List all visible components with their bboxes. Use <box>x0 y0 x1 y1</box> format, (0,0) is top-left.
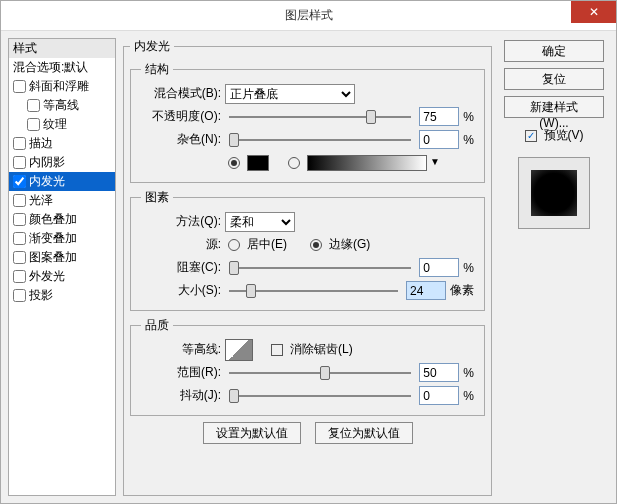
gradient-picker[interactable] <box>307 155 427 171</box>
jitter-input[interactable] <box>419 386 459 405</box>
panel-title: 内发光 <box>130 38 174 55</box>
reset-default-button[interactable]: 复位为默认值 <box>315 422 413 444</box>
choke-input[interactable] <box>419 258 459 277</box>
style-item-等高线[interactable]: 等高线 <box>9 96 115 115</box>
layer-style-dialog: 图层样式 ✕ 样式 混合选项:默认 斜面和浮雕等高线纹理描边内阴影内发光光泽颜色… <box>0 0 617 504</box>
blend-options-row[interactable]: 混合选项:默认 <box>9 58 115 77</box>
quality-group: 品质 等高线: 消除锯齿(L) 范围(R): % <box>130 317 485 416</box>
gradient-radio[interactable] <box>288 157 300 169</box>
style-label: 渐变叠加 <box>29 230 77 247</box>
blend-mode-select[interactable]: 正片叠底 <box>225 84 355 104</box>
size-unit: 像素 <box>450 282 474 299</box>
style-checkbox[interactable] <box>13 251 26 264</box>
close-button[interactable]: ✕ <box>571 1 616 23</box>
style-label: 颜色叠加 <box>29 211 77 228</box>
cancel-button[interactable]: 复位 <box>504 68 604 90</box>
technique-label: 方法(Q): <box>141 213 221 230</box>
range-unit: % <box>463 366 474 380</box>
style-label: 斜面和浮雕 <box>29 78 89 95</box>
noise-unit: % <box>463 133 474 147</box>
size-input[interactable] <box>406 281 446 300</box>
preview-checkbox[interactable] <box>525 130 537 142</box>
style-item-内发光[interactable]: 内发光 <box>9 172 115 191</box>
choke-unit: % <box>463 261 474 275</box>
style-item-外发光[interactable]: 外发光 <box>9 267 115 286</box>
opacity-label: 不透明度(O): <box>141 108 221 125</box>
elements-group: 图素 方法(Q): 柔和 源: 居中(E) 边缘(G) 阻塞(C): <box>130 189 485 311</box>
ok-button[interactable]: 确定 <box>504 40 604 62</box>
opacity-input[interactable] <box>419 107 459 126</box>
style-item-光泽[interactable]: 光泽 <box>9 191 115 210</box>
style-item-内阴影[interactable]: 内阴影 <box>9 153 115 172</box>
anti-alias-checkbox[interactable] <box>271 344 283 356</box>
style-label: 外发光 <box>29 268 65 285</box>
technique-select[interactable]: 柔和 <box>225 212 295 232</box>
style-checkbox[interactable] <box>13 175 26 188</box>
opacity-unit: % <box>463 110 474 124</box>
style-label: 投影 <box>29 287 53 304</box>
styles-header[interactable]: 样式 <box>9 39 115 58</box>
range-label: 范围(R): <box>141 364 221 381</box>
right-panel: 确定 复位 新建样式(W)... 预览(V) <box>499 38 609 496</box>
style-checkbox[interactable] <box>13 194 26 207</box>
style-item-渐变叠加[interactable]: 渐变叠加 <box>9 229 115 248</box>
anti-alias-label: 消除锯齿(L) <box>290 341 353 358</box>
set-default-button[interactable]: 设置为默认值 <box>203 422 301 444</box>
preview-box <box>518 157 590 229</box>
style-item-斜面和浮雕[interactable]: 斜面和浮雕 <box>9 77 115 96</box>
style-checkbox[interactable] <box>27 99 40 112</box>
style-label: 内阴影 <box>29 154 65 171</box>
style-checkbox[interactable] <box>13 137 26 150</box>
size-slider[interactable] <box>229 284 398 298</box>
window-title: 图层样式 <box>285 7 333 24</box>
titlebar: 图层样式 ✕ <box>1 1 616 31</box>
elements-legend: 图素 <box>141 189 173 206</box>
contour-label: 等高线: <box>141 341 221 358</box>
new-style-button[interactable]: 新建样式(W)... <box>504 96 604 118</box>
quality-legend: 品质 <box>141 317 173 334</box>
style-checkbox[interactable] <box>13 156 26 169</box>
noise-label: 杂色(N): <box>141 131 221 148</box>
choke-label: 阻塞(C): <box>141 259 221 276</box>
style-item-投影[interactable]: 投影 <box>9 286 115 305</box>
style-label: 描边 <box>29 135 53 152</box>
range-slider[interactable] <box>229 366 411 380</box>
style-checkbox[interactable] <box>13 289 26 302</box>
style-label: 光泽 <box>29 192 53 209</box>
opacity-slider[interactable] <box>229 110 411 124</box>
structure-group: 结构 混合模式(B): 正片叠底 不透明度(O): % 杂色(N): <box>130 61 485 183</box>
style-label: 图案叠加 <box>29 249 77 266</box>
color-swatch[interactable] <box>247 155 269 171</box>
style-item-颜色叠加[interactable]: 颜色叠加 <box>9 210 115 229</box>
color-radio[interactable] <box>228 157 240 169</box>
source-center-radio[interactable] <box>228 239 240 251</box>
options-panel: 内发光 结构 混合模式(B): 正片叠底 不透明度(O): % 杂色(N): <box>123 38 492 496</box>
style-checkbox[interactable] <box>13 232 26 245</box>
noise-input[interactable] <box>419 130 459 149</box>
jitter-slider[interactable] <box>229 389 411 403</box>
source-center-label: 居中(E) <box>247 236 287 253</box>
preview-label: 预览(V) <box>544 127 584 144</box>
source-edge-radio[interactable] <box>310 239 322 251</box>
styles-list: 样式 混合选项:默认 斜面和浮雕等高线纹理描边内阴影内发光光泽颜色叠加渐变叠加图… <box>8 38 116 496</box>
style-item-纹理[interactable]: 纹理 <box>9 115 115 134</box>
source-edge-label: 边缘(G) <box>329 236 370 253</box>
style-label: 等高线 <box>43 97 79 114</box>
jitter-label: 抖动(J): <box>141 387 221 404</box>
style-checkbox[interactable] <box>13 80 26 93</box>
style-label: 纹理 <box>43 116 67 133</box>
source-label: 源: <box>141 236 221 253</box>
style-item-描边[interactable]: 描边 <box>9 134 115 153</box>
contour-picker[interactable] <box>225 339 253 361</box>
jitter-unit: % <box>463 389 474 403</box>
style-item-图案叠加[interactable]: 图案叠加 <box>9 248 115 267</box>
range-input[interactable] <box>419 363 459 382</box>
style-checkbox[interactable] <box>27 118 40 131</box>
size-label: 大小(S): <box>141 282 221 299</box>
style-checkbox[interactable] <box>13 270 26 283</box>
style-checkbox[interactable] <box>13 213 26 226</box>
style-label: 内发光 <box>29 173 65 190</box>
blend-mode-label: 混合模式(B): <box>141 85 221 102</box>
choke-slider[interactable] <box>229 261 411 275</box>
noise-slider[interactable] <box>229 133 411 147</box>
